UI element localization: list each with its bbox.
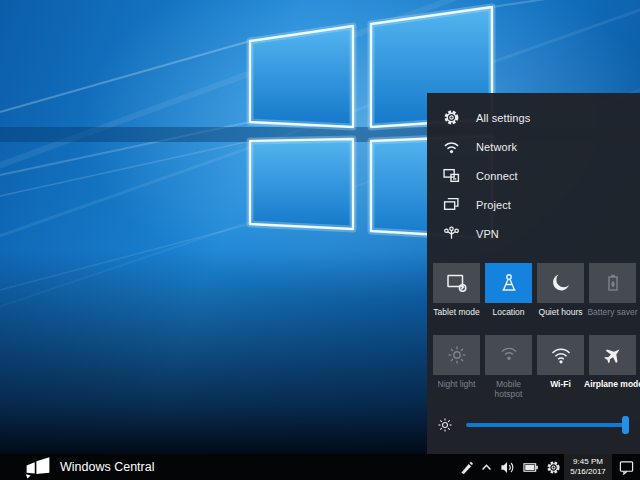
brand-name: Windows Central — [60, 460, 154, 474]
action-center-icon[interactable] — [612, 454, 640, 480]
quick-action-night-light: Night light — [433, 335, 480, 375]
quick-action-tablet-mode: Tablet mode — [433, 263, 480, 303]
night-light-tile[interactable] — [433, 335, 480, 375]
tablet-mode-tile[interactable] — [433, 263, 480, 303]
battery-saver-tile[interactable] — [589, 263, 636, 303]
quick-action-quiet-hours: Quiet hours — [537, 263, 584, 303]
wifi-tile[interactable] — [537, 335, 584, 375]
menu-item-vpn[interactable]: VPN — [427, 219, 640, 248]
quick-action-battery-saver: Battery saver — [589, 263, 636, 303]
battery-saver-icon — [602, 272, 624, 294]
menu-item-all-settings[interactable]: All settings — [427, 103, 640, 132]
battery-icon[interactable] — [518, 454, 542, 480]
tile-label: Battery saver — [584, 307, 640, 317]
gear-icon[interactable] — [542, 454, 564, 480]
tile-label: Mobile hotspot — [488, 379, 529, 399]
system-tray: 9:45 PM 5/16/2017 — [456, 454, 640, 480]
tile-label: Location — [480, 307, 537, 317]
quick-action-location: Location — [485, 263, 532, 303]
tile-label: Quiet hours — [532, 307, 589, 317]
quick-action-airplane-mode: Airplane mode — [589, 335, 636, 375]
menu-item-project[interactable]: Project — [427, 190, 640, 219]
airplane-mode-icon — [602, 344, 624, 366]
brightness-slider-row — [437, 413, 627, 437]
mobile-hotspot-tile[interactable] — [485, 335, 532, 375]
quick-settings-menu: All settings Network — [427, 103, 640, 248]
tablet-mode-icon — [446, 272, 468, 294]
connect-icon — [443, 167, 460, 184]
gear-icon — [443, 109, 460, 126]
wifi-icon — [550, 344, 572, 366]
tile-label: Airplane mode — [584, 379, 640, 389]
taskbar: Windows Central — [0, 454, 640, 480]
brightness-slider[interactable] — [466, 423, 627, 427]
night-light-icon — [446, 344, 468, 366]
quick-settings-panel: All settings Network — [427, 93, 640, 454]
tile-label: Night light — [428, 379, 485, 389]
menu-item-label: All settings — [476, 112, 530, 124]
menu-item-connect[interactable]: Connect — [427, 161, 640, 190]
windows-central-logo — [25, 455, 51, 479]
menu-item-label: Network — [476, 141, 517, 153]
quick-action-tiles: Tablet mode Location — [433, 263, 636, 375]
brightness-icon — [437, 417, 453, 433]
location-icon — [498, 272, 520, 294]
menu-item-label: Connect — [476, 170, 518, 182]
quiet-hours-icon — [550, 272, 572, 294]
quiet-hours-tile[interactable] — [537, 263, 584, 303]
tile-label: Tablet mode — [428, 307, 485, 317]
taskbar-clock[interactable]: 9:45 PM 5/16/2017 — [564, 454, 612, 480]
volume-icon[interactable] — [496, 454, 518, 480]
menu-item-label: Project — [476, 199, 511, 211]
windows-central-brand: Windows Central — [25, 455, 154, 479]
tile-label: Wi-Fi — [532, 379, 589, 389]
menu-item-label: VPN — [476, 228, 499, 240]
project-icon — [443, 196, 460, 213]
mobile-hotspot-icon — [498, 344, 520, 366]
clock-date: 5/16/2017 — [570, 467, 606, 477]
quick-action-wifi: Wi-Fi — [537, 335, 584, 375]
location-tile[interactable] — [485, 263, 532, 303]
desktop-screen: All settings Network — [0, 0, 640, 480]
vpn-icon — [443, 225, 460, 242]
chevron-up-icon[interactable] — [476, 454, 496, 480]
clock-time: 9:45 PM — [573, 457, 603, 467]
quick-action-mobile-hotspot: Mobile hotspot — [485, 335, 532, 375]
menu-item-network[interactable]: Network — [427, 132, 640, 161]
network-icon — [443, 138, 460, 155]
brightness-slider-thumb[interactable] — [622, 416, 629, 434]
pen-icon[interactable] — [456, 454, 476, 480]
airplane-mode-tile[interactable] — [589, 335, 636, 375]
